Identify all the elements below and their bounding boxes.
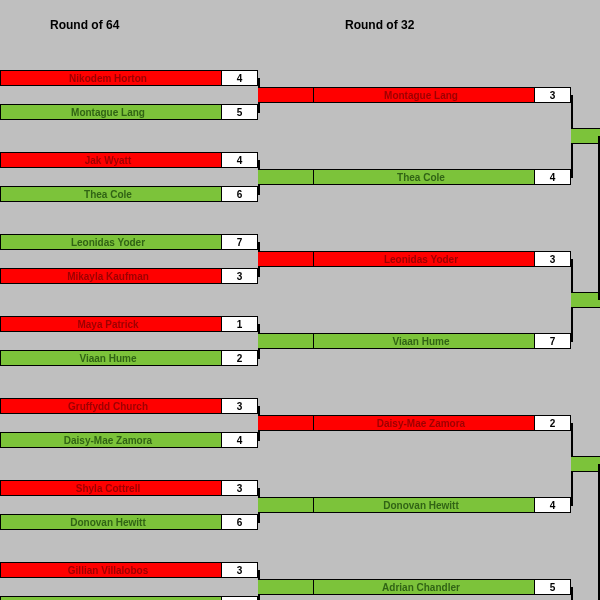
connector-bridge bbox=[571, 292, 600, 308]
player-name: Nikodem Horton bbox=[1, 71, 221, 85]
r32-match0-top: Montague Lang3 bbox=[313, 87, 571, 103]
connector-bridge bbox=[258, 169, 313, 185]
player-score: 3 bbox=[534, 252, 570, 266]
connector-bridge bbox=[258, 87, 313, 103]
r32-match2-top: Daisy-Mae Zamora2 bbox=[313, 415, 571, 431]
connector-bridge bbox=[258, 251, 313, 267]
r64-match0-bottom: Montague Lang5 bbox=[0, 104, 258, 120]
player-score: 5 bbox=[221, 105, 257, 119]
r64-match5-bottom: Donovan Hewitt6 bbox=[0, 514, 258, 530]
player-name: Donovan Hewitt bbox=[1, 515, 221, 529]
player-score: 3 bbox=[221, 563, 257, 577]
player-score: 3 bbox=[221, 481, 257, 495]
r64-match6-bottom: Adrian Chandler4 bbox=[0, 596, 258, 600]
r64-match1-bottom: Thea Cole6 bbox=[0, 186, 258, 202]
connector-bridge bbox=[258, 333, 313, 349]
r64-match1-top: Jak Wyatt4 bbox=[0, 152, 258, 168]
player-score: 3 bbox=[221, 269, 257, 283]
player-score: 6 bbox=[221, 515, 257, 529]
connector-bridge bbox=[571, 128, 600, 144]
r64-match3-top: Maya Patrick1 bbox=[0, 316, 258, 332]
player-score: 4 bbox=[221, 71, 257, 85]
player-name: Gillian Villalobos bbox=[1, 563, 221, 577]
player-score: 4 bbox=[534, 498, 570, 512]
player-score: 4 bbox=[221, 433, 257, 447]
player-name: Donovan Hewitt bbox=[314, 498, 534, 512]
player-name: Viaan Hume bbox=[314, 334, 534, 348]
r64-match2-bottom: Mikayla Kaufman3 bbox=[0, 268, 258, 284]
player-score: 2 bbox=[534, 416, 570, 430]
round-header-64: Round of 64 bbox=[50, 18, 119, 32]
r64-match4-bottom: Daisy-Mae Zamora4 bbox=[0, 432, 258, 448]
player-score: 7 bbox=[221, 235, 257, 249]
r64-match3-bottom: Viaan Hume2 bbox=[0, 350, 258, 366]
player-name: Leonidas Yoder bbox=[1, 235, 221, 249]
player-name: Leonidas Yoder bbox=[314, 252, 534, 266]
r32-match0-bottom: Thea Cole4 bbox=[313, 169, 571, 185]
player-score: 5 bbox=[534, 580, 570, 594]
player-score: 3 bbox=[534, 88, 570, 102]
player-name: Montague Lang bbox=[1, 105, 221, 119]
player-name: Thea Cole bbox=[314, 170, 534, 184]
player-name: Jak Wyatt bbox=[1, 153, 221, 167]
player-score: 4 bbox=[534, 170, 570, 184]
round-header-32: Round of 32 bbox=[345, 18, 414, 32]
r64-match6-top: Gillian Villalobos3 bbox=[0, 562, 258, 578]
bracket-container: Round of 64Round of 32Nikodem Horton4Mon… bbox=[0, 0, 600, 600]
player-name: Montague Lang bbox=[314, 88, 534, 102]
player-name: Gruffydd Church bbox=[1, 399, 221, 413]
player-name: Adrian Chandler bbox=[314, 580, 534, 594]
r32-match1-top: Leonidas Yoder3 bbox=[313, 251, 571, 267]
connector-bridge bbox=[258, 579, 313, 595]
player-score: 1 bbox=[221, 317, 257, 331]
player-score: 2 bbox=[221, 351, 257, 365]
player-score: 7 bbox=[534, 334, 570, 348]
r64-match5-top: Shyla Cottrell3 bbox=[0, 480, 258, 496]
r32-match1-bottom: Viaan Hume7 bbox=[313, 333, 571, 349]
player-name: Daisy-Mae Zamora bbox=[314, 416, 534, 430]
player-score: 6 bbox=[221, 187, 257, 201]
player-name: Shyla Cottrell bbox=[1, 481, 221, 495]
r64-match0-top: Nikodem Horton4 bbox=[0, 70, 258, 86]
r32-match2-bottom: Donovan Hewitt4 bbox=[313, 497, 571, 513]
connector-bridge bbox=[258, 497, 313, 513]
player-name: Maya Patrick bbox=[1, 317, 221, 331]
player-name: Daisy-Mae Zamora bbox=[1, 433, 221, 447]
connector-bridge bbox=[258, 415, 313, 431]
player-score: 4 bbox=[221, 153, 257, 167]
r32-match3-top: Adrian Chandler5 bbox=[313, 579, 571, 595]
player-score: 3 bbox=[221, 399, 257, 413]
player-name: Thea Cole bbox=[1, 187, 221, 201]
connector-vertical bbox=[571, 587, 573, 600]
player-name: Viaan Hume bbox=[1, 351, 221, 365]
connector-bridge bbox=[571, 456, 600, 472]
r64-match4-top: Gruffydd Church3 bbox=[0, 398, 258, 414]
r64-match2-top: Leonidas Yoder7 bbox=[0, 234, 258, 250]
player-name: Mikayla Kaufman bbox=[1, 269, 221, 283]
